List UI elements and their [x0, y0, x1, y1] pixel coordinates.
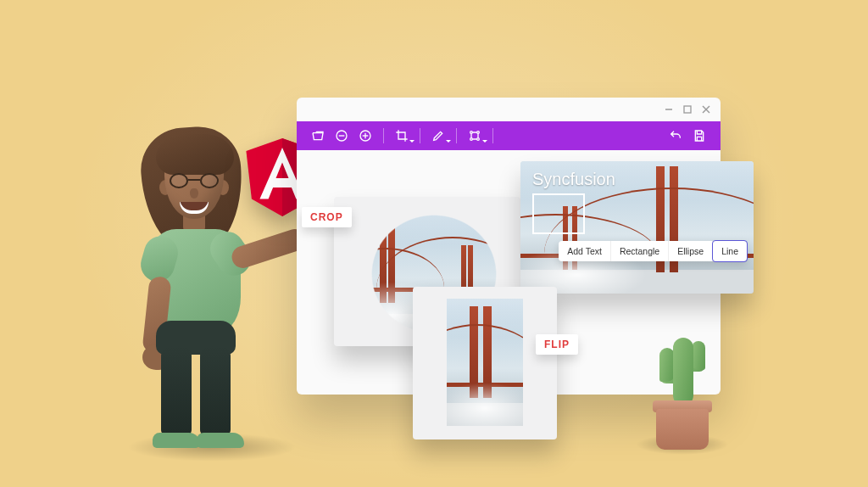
minimize-button[interactable]	[663, 104, 675, 115]
window-titlebar	[297, 98, 721, 121]
svg-point-12	[477, 132, 480, 134]
cactus-illustration	[644, 322, 721, 450]
svg-point-11	[470, 132, 473, 134]
crop-tag: CROP	[302, 207, 352, 227]
annotation-title: Syncfusion	[532, 170, 615, 189]
save-icon[interactable]	[688, 125, 710, 147]
zoom-out-icon[interactable]	[331, 125, 353, 147]
annotation-preview-card: Syncfusion Add Text Rectangle Ellipse Li…	[520, 161, 754, 294]
annotation-shape-picker: Add Text Rectangle Ellipse Line	[559, 241, 747, 261]
flip-tag: FLIP	[536, 334, 578, 355]
svg-point-13	[470, 138, 473, 141]
annotation-option-ellipse[interactable]: Ellipse	[669, 241, 713, 261]
annotation-rectangle-overlay	[532, 193, 585, 234]
transform-icon[interactable]	[464, 125, 486, 147]
annotation-option-rectangle[interactable]: Rectangle	[611, 241, 669, 261]
undo-icon[interactable]	[665, 125, 687, 147]
editor-toolbar	[297, 121, 721, 150]
svg-point-14	[477, 138, 480, 141]
annotation-option-add-text[interactable]: Add Text	[559, 241, 611, 261]
maximize-button[interactable]	[682, 104, 693, 115]
svg-rect-3	[684, 106, 691, 113]
open-icon[interactable]	[307, 125, 329, 147]
flip-preview-card	[413, 287, 557, 439]
annotation-option-line[interactable]: Line	[712, 240, 748, 262]
crop-icon[interactable]	[391, 125, 413, 147]
zoom-in-icon[interactable]	[354, 125, 376, 147]
annotate-icon[interactable]	[427, 125, 449, 147]
close-button[interactable]	[700, 104, 712, 115]
